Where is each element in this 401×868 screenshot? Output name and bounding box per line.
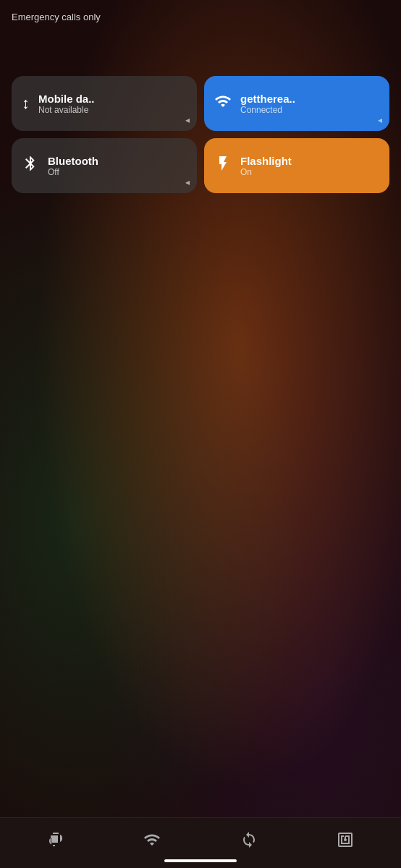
nfc-nav-item[interactable]	[337, 831, 354, 848]
vibrate-nav-item[interactable]	[47, 831, 64, 848]
wifi-card[interactable]: gettherea.. Connected ◂	[204, 76, 389, 131]
bluetooth-card-arrow: ◂	[185, 177, 190, 187]
home-indicator	[164, 859, 237, 862]
mobile-data-subtitle: Not available	[38, 105, 95, 115]
wifi-card-icon	[214, 93, 232, 114]
flashlight-card-title: Flashlight	[240, 155, 292, 167]
mobile-data-arrow: ◂	[185, 115, 190, 125]
bluetooth-card-text: Bluetooth Off	[48, 155, 98, 177]
mobile-data-card[interactable]: ↕ Mobile da.. Not available ◂	[12, 76, 197, 131]
bluetooth-icon	[22, 155, 39, 176]
wifi-card-subtitle: Connected	[240, 105, 295, 115]
emergency-calls-text: Emergency calls only	[12, 12, 101, 22]
mobile-data-icon: ↕	[22, 94, 30, 113]
wifi-card-title: gettherea..	[240, 93, 295, 105]
bluetooth-card-subtitle: Off	[48, 167, 98, 177]
flashlight-card[interactable]: Flashlight On	[204, 138, 389, 193]
wifi-card-text: gettherea.. Connected	[240, 93, 295, 115]
flashlight-icon	[214, 155, 232, 176]
flashlight-card-subtitle: On	[240, 167, 292, 177]
wifi-card-arrow: ◂	[378, 115, 382, 125]
bluetooth-card-title: Bluetooth	[48, 155, 98, 167]
mobile-data-title: Mobile da..	[38, 93, 95, 105]
bluetooth-card[interactable]: Bluetooth Off ◂	[12, 138, 197, 193]
bottom-nav	[0, 817, 401, 868]
mobile-data-text: Mobile da.. Not available	[38, 93, 95, 115]
sync-nav-item[interactable]	[240, 831, 258, 848]
flashlight-card-text: Flashlight On	[240, 155, 292, 177]
wifi-nav-item[interactable]	[143, 831, 161, 848]
